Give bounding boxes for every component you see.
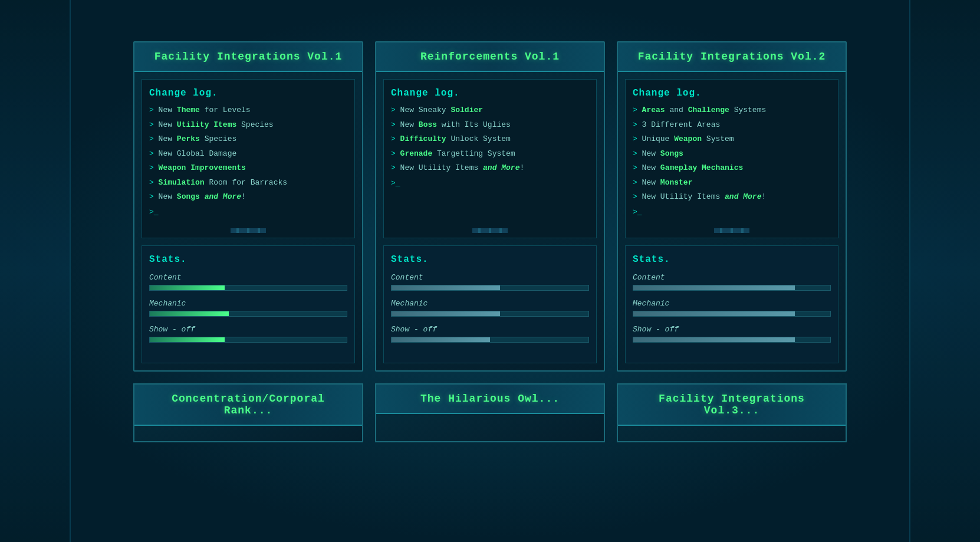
card-header-facility-vol1: Facility Integrations Vol.1 [134,42,362,72]
changelog-text-part: New [642,178,660,187]
changelog-item-prefix: > [149,149,159,158]
changelog-text-part: New [642,149,660,158]
changelog-item-prefix: > [391,120,400,129]
changelog-item-prefix: > [633,106,642,114]
changelog-item-facility-vol1-3: > New Global Damage [149,148,347,160]
changelog-text-part: New Utility Items [400,163,483,172]
changelog-text-part: New [400,120,419,129]
card-body-facility-vol2: Change log.> Areas and Challenge Systems… [618,79,846,363]
changelog-text-part: Perks [177,134,200,143]
changelog-text-part: Theme [177,106,200,114]
changelog-text-part: New [642,163,660,172]
changelog-text-part: Room for Barracks [205,178,287,187]
bottom-card-header-2: Facility Integrations Vol.3... [618,385,846,426]
changelog-text-part: and More [205,192,241,201]
changelog-text-part: Simulation [159,178,205,187]
changelog-text-part: Songs [177,192,200,201]
card-facility-vol2: Facility Integrations Vol.2Change log.> … [617,41,847,372]
stats-label-reinforcements-vol1: Stats. [391,254,589,265]
changelog-item-facility-vol2-4: > New Gameplay Mechanics [633,162,831,174]
card-body-facility-vol1: Change log.> New Theme for Levels> New U… [134,79,362,363]
changelog-item-prefix: > [149,120,159,129]
changelog-text-part: and More [483,163,519,172]
changelog-text-part: Unlock System [446,134,511,143]
changelog-text-part: ! [761,192,766,201]
changelog-item-prefix: > [391,106,400,114]
stat-bar-fill-facility-vol1-0 [150,285,225,290]
stat-bar-bg-facility-vol2-2 [633,337,831,343]
changelog-text-part: New Utility Items [642,192,725,201]
changelog-item-reinforcements-vol1-0: > New Sneaky Soldier [391,104,589,116]
changelog-item-facility-vol1-5: > Simulation Room for Barracks [149,177,347,189]
changelog-item-prefix: > [633,120,642,129]
changelog-item-prefix: > [633,149,642,158]
changelog-text-part: Species [200,134,236,143]
stat-bar-bg-reinforcements-vol1-1 [391,311,589,317]
changelog-item-facility-vol1-2: > New Perks Species [149,133,347,145]
stat-name-reinforcements-vol1-1: Mechanic [391,299,589,308]
stat-bar-bg-facility-vol1-2 [149,337,347,343]
card-reinforcements-vol1: Reinforcements Vol.1Change log.> New Sne… [375,41,605,372]
changelog-text-part: Difficulty [400,134,446,143]
stat-name-facility-vol2-0: Content [633,273,831,282]
changelog-item-prefix: > [633,192,642,201]
changelog-item-facility-vol2-5: > New Monster [633,177,831,189]
changelog-item-facility-vol2-2: > Unique Weapon System [633,133,831,145]
bottom-card-header-0: Concentration/Corporal Rank... [134,385,362,426]
changelog-section-facility-vol2: Change log.> Areas and Challenge Systems… [625,79,838,238]
bottom-card-1: The Hilarious Owl... [375,383,605,442]
changelog-label-facility-vol2: Change log. [633,88,831,98]
stat-name-facility-vol1-0: Content [149,273,347,282]
stat-row-facility-vol1-0: Content [149,273,347,291]
changelog-text-part: 3 Different Areas [642,120,721,129]
changelog-item-reinforcements-vol1-4: > New Utility Items and More! [391,162,589,174]
bottom-card-2: Facility Integrations Vol.3... [617,383,847,442]
changelog-item-prefix: > [633,163,642,172]
stat-bar-bg-reinforcements-vol1-0 [391,285,589,291]
changelog-item-reinforcements-vol1-1: > New Boss with Its Uglies [391,119,589,131]
changelog-item-facility-vol2-1: > 3 Different Areas [633,119,831,131]
stat-bar-fill-facility-vol2-2 [633,337,795,342]
changelog-label-facility-vol1: Change log. [149,88,347,98]
stat-name-reinforcements-vol1-0: Content [391,273,589,282]
changelog-text-part: Songs [660,149,683,158]
stat-row-facility-vol2-0: Content [633,273,831,291]
changelog-section-facility-vol1: Change log.> New Theme for Levels> New U… [142,79,355,238]
changelog-text-part: ! [241,192,246,201]
changelog-item-prefix: > [633,178,642,187]
stat-name-facility-vol1-2: Show - off [149,325,347,334]
changelog-text-part: Weapon Improvements [159,163,246,172]
changelog-item-facility-vol1-0: > New Theme for Levels [149,104,347,116]
stats-section-facility-vol1: Stats.ContentMechanicShow - off [142,245,355,363]
changelog-text-part: Systems [729,106,766,114]
changelog-item-prefix: > [149,134,159,143]
stat-row-reinforcements-vol1-1: Mechanic [391,299,589,317]
changelog-item-facility-vol2-3: > New Songs [633,148,831,160]
changelog-item-prefix: > [391,149,400,158]
stat-bar-fill-reinforcements-vol1-2 [392,337,490,342]
bottom-card-title-0: Concentration/Corporal Rank... [144,393,353,416]
changelog-item-reinforcements-vol1-2: > Difficulty Unlock System [391,133,589,145]
changelog-text-part: New [159,106,177,114]
changelog-text-part: Unique [642,134,675,143]
card-header-facility-vol2: Facility Integrations Vol.2 [618,42,846,72]
changelog-text-part: ! [519,163,524,172]
changelog-item-prefix: > [149,106,159,114]
changelog-text-part: New Global Damage [159,149,237,158]
stat-row-reinforcements-vol1-0: Content [391,273,589,291]
stat-row-reinforcements-vol1-2: Show - off [391,325,589,343]
changelog-cursor-reinforcements-vol1: >_ [391,179,589,188]
stat-bar-bg-facility-vol2-1 [633,311,831,317]
changelog-item-prefix: > [149,178,159,187]
changelog-item-reinforcements-vol1-3: > Grenade Targetting System [391,148,589,160]
changelog-cursor-facility-vol1: >_ [149,208,347,216]
changelog-text-part: Boss [419,120,437,129]
changelog-text-part: New Sneaky [400,106,451,114]
changelog-text-part: Targetting System [432,149,515,158]
stat-bar-bg-facility-vol1-0 [149,285,347,291]
page-wrapper: Facility Integrations Vol.1Change log.> … [0,0,980,478]
changelog-text-part: Challenge [688,106,729,114]
stat-name-facility-vol1-1: Mechanic [149,299,347,308]
changelog-cursor-facility-vol2: >_ [633,208,831,216]
changelog-item-prefix: > [391,163,400,172]
